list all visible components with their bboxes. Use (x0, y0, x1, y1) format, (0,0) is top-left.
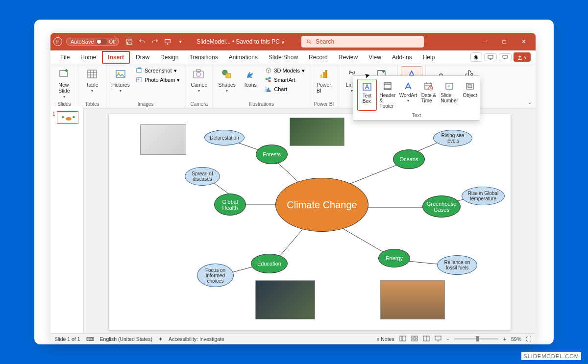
status-accessibility-icon[interactable]: ✦ (158, 336, 163, 342)
close-button[interactable]: ✕ (515, 35, 533, 49)
share-button[interactable]: ∨ (514, 52, 531, 61)
view-reading-icon[interactable] (423, 336, 430, 342)
redo-icon[interactable] (150, 37, 159, 46)
zoom-in-button[interactable]: + (503, 336, 506, 342)
image-forest-fire[interactable] (290, 118, 344, 146)
slide[interactable]: Climate Change Forests Oceans Global Hea… (109, 114, 511, 330)
photo-album-button[interactable]: Photo Album ▾ (134, 75, 182, 84)
chart-button[interactable]: Chart (263, 85, 307, 94)
start-show-icon[interactable] (163, 37, 172, 46)
node-focus[interactable]: Focus on informed choices (197, 264, 234, 287)
search-bar[interactable] (301, 36, 424, 48)
svg-rect-24 (268, 88, 269, 92)
object-button[interactable]: Object (460, 79, 480, 111)
collapse-ribbon-icon[interactable]: ⌄ (528, 99, 532, 105)
node-oceans[interactable]: Oceans (393, 149, 425, 169)
text-box-icon (362, 81, 372, 92)
shapes-button[interactable]: Shapes▾ (216, 66, 238, 94)
comments-button-icon[interactable] (499, 53, 512, 61)
svg-rect-59 (468, 85, 472, 88)
new-slide-button[interactable]: New Slide▾ (53, 66, 75, 100)
image-factory[interactable] (381, 281, 444, 319)
pictures-button[interactable]: Pictures▾ (109, 66, 132, 94)
view-normal-icon[interactable] (399, 336, 406, 342)
3d-models-button[interactable]: 3D Models ▾ (263, 66, 307, 75)
notes-button[interactable]: ≡ Notes (376, 336, 394, 342)
icons-button[interactable]: Icons (240, 66, 261, 89)
tab-file[interactable]: File (55, 52, 74, 63)
wordart-button[interactable]: WordArt▾ (398, 79, 418, 111)
qat-dropdown-icon[interactable]: ▾ (176, 37, 185, 46)
status-slide-number: Slide 1 of 1 (54, 336, 80, 342)
title-bar: P AutoSave Off ▾ SlideModel... • Saved t… (50, 33, 536, 50)
date-time-button[interactable]: Date & Time (419, 79, 439, 111)
tab-home[interactable]: Home (75, 52, 101, 63)
zoom-slider[interactable] (454, 338, 498, 340)
svg-rect-25 (270, 90, 270, 92)
node-center[interactable]: Climate Change (275, 178, 368, 232)
tab-animations[interactable]: Animations (224, 52, 263, 63)
minimize-button[interactable]: ─ (476, 35, 493, 49)
autosave-switch[interactable] (96, 39, 107, 45)
view-slideshow-icon[interactable] (435, 336, 441, 342)
ribbon-group-powerbi: Power BI Power BI (310, 64, 338, 108)
text-box-button[interactable]: Text Box (357, 79, 377, 111)
status-bar: Slide 1 of 1 ⌨ English (United States) ✦… (50, 333, 536, 344)
status-lang[interactable]: English (United States) (100, 336, 152, 342)
status-lang-icon[interactable]: ⌨ (86, 336, 94, 342)
node-energy[interactable]: Energy (378, 249, 410, 267)
node-rising[interactable]: Rising sea levels (433, 130, 472, 146)
zoom-out-button[interactable]: − (446, 336, 449, 342)
screenshot-button[interactable]: Screenshot ▾ (134, 66, 182, 75)
search-icon (306, 39, 312, 45)
autosave-toggle[interactable]: AutoSave Off (66, 38, 119, 46)
view-sorter-icon[interactable] (411, 336, 418, 342)
save-icon[interactable] (125, 37, 134, 46)
search-input[interactable] (316, 38, 419, 45)
zoom-value[interactable]: 59% (511, 336, 521, 342)
node-reliance[interactable]: Reliance on fossil fuels (437, 255, 477, 275)
workspace: 1 (50, 108, 536, 333)
slide-canvas-area[interactable]: Climate Change Forests Oceans Global Hea… (84, 108, 536, 333)
pictures-icon (114, 67, 127, 81)
svg-rect-49 (435, 336, 441, 340)
slide-number-button[interactable]: # Slide Number (440, 79, 459, 111)
tab-addins[interactable]: Add-ins (387, 52, 417, 63)
present-button-icon[interactable] (484, 53, 497, 61)
cameo-button[interactable]: Cameo▾ (188, 66, 210, 94)
maximize-button[interactable]: □ (495, 35, 513, 49)
undo-icon[interactable] (138, 37, 147, 46)
node-forests[interactable]: Forests (256, 145, 288, 164)
svg-rect-53 (384, 88, 391, 90)
node-greenhouse[interactable]: Greenhouse Gases (422, 195, 461, 218)
tab-view[interactable]: View (364, 52, 386, 63)
tab-draw[interactable]: Draw (131, 52, 154, 63)
node-rise-temp[interactable]: Rise in Global temperature (462, 187, 505, 205)
tab-design[interactable]: Design (155, 52, 183, 63)
status-accessibility[interactable]: Accessibility: Investigate (169, 336, 224, 342)
fit-to-window-icon[interactable]: ⛶ (526, 336, 532, 342)
smartart-button[interactable]: SmartArt (263, 75, 307, 84)
header-footer-button[interactable]: Header & Footer (378, 79, 397, 111)
image-hand[interactable] (141, 125, 186, 154)
node-education[interactable]: Education (251, 254, 288, 273)
image-books[interactable] (256, 281, 315, 319)
svg-rect-22 (269, 80, 270, 82)
quick-access-toolbar: ▾ (125, 37, 185, 46)
tab-record[interactable]: Record (304, 52, 333, 63)
tab-review[interactable]: Review (334, 52, 363, 63)
svg-point-16 (196, 73, 200, 76)
slide-thumbnail[interactable]: 1 (52, 111, 81, 124)
tab-transitions[interactable]: Transitions (184, 52, 222, 63)
node-global-health[interactable]: Global Health (214, 194, 246, 216)
record-button-icon[interactable]: ◉ (470, 52, 482, 62)
node-deforestation[interactable]: Deforestation (204, 130, 245, 146)
table-button[interactable]: Table▾ (81, 66, 103, 94)
tab-slideshow[interactable]: Slide Show (264, 52, 303, 63)
tab-insert[interactable]: Insert (102, 51, 130, 64)
svg-rect-6 (503, 55, 508, 58)
tab-help[interactable]: Help (418, 52, 440, 63)
powerbi-button[interactable]: Power BI (313, 66, 335, 95)
svg-rect-28 (325, 70, 327, 78)
node-spread[interactable]: Spread of diseases (185, 167, 220, 186)
